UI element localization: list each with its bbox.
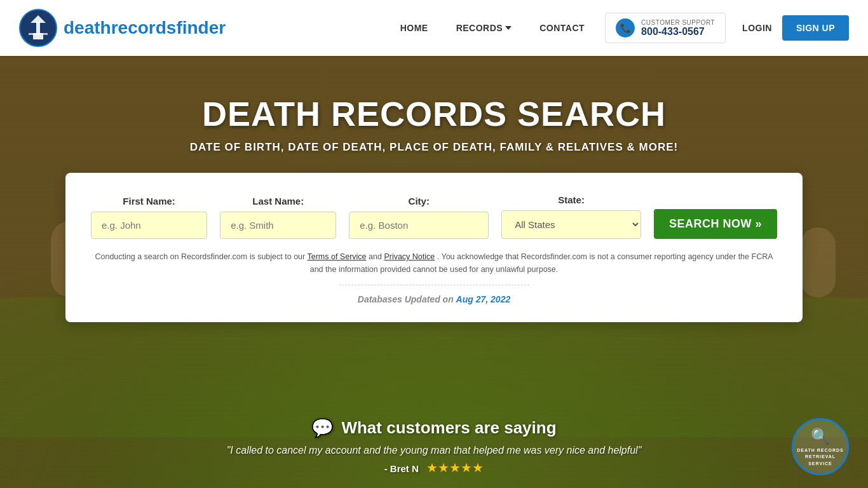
firstname-field-group: First Name:: [91, 196, 207, 239]
hero-subtitle: DATE OF BIRTH, DATE OF DEATH, PLACE OF D…: [0, 141, 868, 154]
privacy-notice-link[interactable]: Privacy Notice: [384, 252, 435, 261]
lastname-input[interactable]: [220, 212, 336, 239]
testimonials-heading: 💬 What customers are saying: [0, 417, 868, 438]
hero-title: DEATH RECORDS SEARCH: [0, 94, 868, 133]
badge-text-line1: DEATH RECORDS: [797, 448, 844, 452]
search-now-button[interactable]: SEARCH NOW »: [654, 209, 777, 239]
badge-text-line2: RETRIEVAL SERVICE: [805, 454, 836, 465]
divider: [339, 285, 529, 285]
hero-section: DEATH RECORDS SEARCH DATE OF BIRTH, DATE…: [0, 56, 868, 488]
city-label: City:: [349, 196, 489, 207]
firstname-input[interactable]: [91, 212, 207, 239]
signup-button[interactable]: SIGN UP: [782, 15, 849, 41]
hero-content: DEATH RECORDS SEARCH DATE OF BIRTH, DATE…: [0, 56, 868, 322]
state-label: State:: [501, 194, 641, 205]
firstname-label: First Name:: [91, 196, 207, 207]
badge-icon: 🔍: [794, 426, 847, 446]
main-nav: HOME RECORDS CONTACT 📞 CUSTOMER SUPPORT …: [386, 13, 849, 43]
city-field-group: City:: [349, 196, 489, 239]
search-button-group: SEARCH NOW »: [654, 193, 777, 239]
svg-rect-4: [29, 33, 48, 35]
city-input[interactable]: [349, 212, 489, 239]
nav-contact[interactable]: CONTACT: [526, 23, 599, 33]
nav-records[interactable]: RECORDS: [442, 23, 526, 33]
testimonial-stars: ★★★★★: [426, 461, 484, 475]
testimonial-author-line: - Bret N ★★★★★: [0, 460, 868, 475]
svg-rect-6: [42, 28, 45, 33]
support-text: CUSTOMER SUPPORT 800-433-0567: [641, 19, 715, 37]
state-field-group: State: All StatesAlabamaAlaskaArizonaArk…: [501, 194, 641, 239]
logo-text: deathrecordsfinder: [64, 18, 226, 38]
lastname-field-group: Last Name:: [220, 196, 336, 239]
phone-icon: 📞: [616, 18, 635, 37]
terms-of-service-link[interactable]: Terms of Service: [307, 252, 366, 261]
login-button[interactable]: LOGIN: [732, 23, 782, 33]
testimonial-author: - Bret N: [384, 463, 419, 474]
lastname-label: Last Name:: [220, 196, 336, 207]
search-fields: First Name: Last Name: City: State: All …: [91, 193, 777, 239]
testimonial-quote: "I called to cancel my account and the y…: [0, 445, 868, 456]
site-header: deathrecordsfinder HOME RECORDS CONTACT …: [0, 0, 868, 56]
svg-rect-2: [36, 22, 40, 33]
support-label: CUSTOMER SUPPORT: [641, 19, 715, 26]
logo-link[interactable]: deathrecordsfinder: [19, 9, 226, 47]
badge: 🔍 DEATH RECORDS RETRIEVAL SERVICE: [792, 418, 849, 475]
support-number: 800-433-0567: [641, 26, 715, 37]
state-select[interactable]: All StatesAlabamaAlaskaArizonaArkansasCa…: [501, 210, 641, 239]
support-block: 📞 CUSTOMER SUPPORT 800-433-0567: [605, 13, 726, 43]
chat-icon: 💬: [311, 417, 334, 438]
testimonials-section: 💬 What customers are saying "I called to…: [0, 417, 868, 488]
db-update-text: Databases Updated on Aug 27, 2022: [91, 294, 777, 304]
chevron-down-icon: [505, 26, 512, 30]
badge-inner: 🔍 DEATH RECORDS RETRIEVAL SERVICE: [794, 426, 847, 467]
nav-home[interactable]: HOME: [386, 23, 442, 33]
search-box: First Name: Last Name: City: State: All …: [65, 173, 803, 322]
svg-rect-5: [31, 28, 34, 33]
disclaimer-text: Conducting a search on Recordsfinder.com…: [91, 250, 777, 276]
logo-icon: [19, 9, 57, 47]
badge-circle: 🔍 DEATH RECORDS RETRIEVAL SERVICE: [792, 418, 849, 475]
